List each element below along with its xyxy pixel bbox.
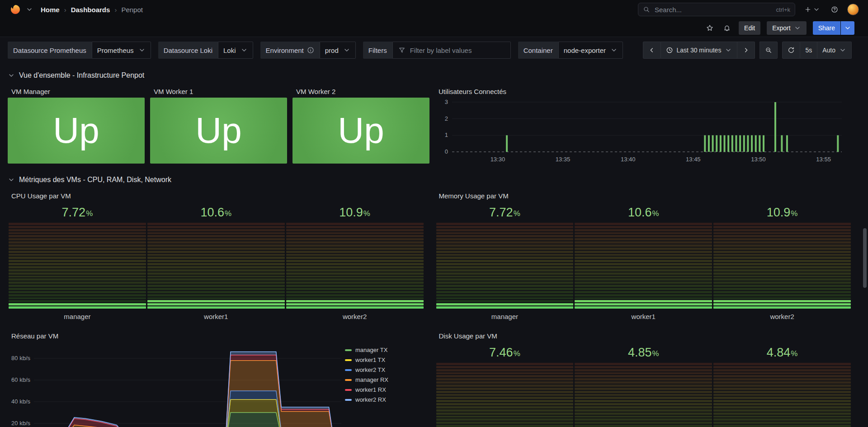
gauge-cell: [147, 223, 285, 225]
star-dashboard-button[interactable]: [704, 23, 715, 33]
share-label: Share: [818, 24, 835, 32]
svg-text:13:45: 13:45: [686, 156, 701, 163]
chevron-down-icon: [839, 47, 846, 54]
gauge-cell: [713, 257, 851, 259]
legend-swatch: [345, 379, 352, 381]
var-environment-value[interactable]: prod: [320, 42, 356, 59]
var-datasource-prometheus-value[interactable]: Prometheus: [92, 42, 151, 59]
refresh-button[interactable]: [782, 42, 800, 59]
panel-title[interactable]: CPU Usage par VM: [8, 189, 425, 202]
gauge-cell: [286, 223, 424, 225]
gauge-cell: [436, 413, 574, 415]
filter-input-box[interactable]: [392, 42, 511, 59]
gauge-cell: [286, 278, 424, 281]
gauge-cell: [9, 276, 146, 278]
panel-network: Réseau par VM 20 kb/s40 kb/s60 kb/s80 kb…: [8, 329, 425, 427]
gauge-cells: [436, 363, 574, 427]
help-button[interactable]: [829, 4, 840, 15]
gauge-cell: [9, 251, 146, 253]
search-input[interactable]: [654, 5, 773, 14]
info-icon[interactable]: [307, 47, 314, 54]
gauge-cell: [713, 263, 851, 265]
filter-input[interactable]: [409, 46, 505, 55]
panel-memory-usage: Memory Usage par VM 7.72% manager 10.6% …: [435, 189, 852, 320]
nav-expand-chevron-icon[interactable]: [26, 6, 33, 13]
panel-title[interactable]: Utilisateurs Connectés: [435, 85, 852, 98]
gauge-cell: [575, 366, 712, 368]
plus-icon: [804, 6, 811, 13]
time-controls: Last 30 minutes 5s Auto: [643, 42, 852, 59]
gauge-cell: [436, 278, 574, 281]
var-datasource-loki-value[interactable]: Loki: [218, 42, 253, 59]
legend-item[interactable]: manager RX: [345, 376, 421, 383]
gauge-label: worker2: [286, 309, 424, 320]
gauge-cell: [713, 260, 851, 262]
panel-title[interactable]: Disk Usage par VM: [435, 329, 852, 342]
legend-item[interactable]: worker2 RX: [345, 396, 421, 403]
stat-value-body: Up: [150, 98, 287, 164]
time-shift-back-button[interactable]: [643, 42, 661, 59]
edit-button[interactable]: Edit: [739, 21, 760, 35]
panel-title[interactable]: VM Worker 2: [292, 85, 429, 98]
chevron-down-icon: [813, 6, 820, 13]
users-bar: [755, 135, 757, 152]
refresh-interval-button[interactable]: 5s: [800, 42, 817, 59]
share-caret-button[interactable]: [841, 21, 854, 35]
breadcrumb-home[interactable]: Home: [41, 6, 60, 14]
gauge-cell: [713, 394, 851, 396]
section-header-overview[interactable]: Vue d'ensemble - Infrastructure Penpot: [0, 63, 868, 85]
auto-refresh-dropdown[interactable]: Auto: [817, 42, 852, 59]
gauge-cell: [9, 303, 146, 305]
time-shift-forward-button[interactable]: [737, 42, 755, 59]
gauge-cell: [9, 306, 146, 309]
gauge-cells: [713, 363, 851, 427]
zoom-out-button[interactable]: [760, 42, 778, 59]
panel-title[interactable]: Memory Usage par VM: [435, 189, 852, 202]
legend-item[interactable]: worker1 TX: [345, 357, 421, 363]
legend-item[interactable]: worker2 TX: [345, 366, 421, 373]
gauge-cell: [9, 238, 146, 240]
share-button[interactable]: Share: [813, 21, 840, 35]
var-environment: Environment prod: [260, 42, 356, 59]
gauge-cell: [436, 238, 574, 240]
var-label: Container: [518, 42, 558, 59]
avatar[interactable]: [847, 4, 859, 15]
legend-item[interactable]: manager TX: [345, 347, 421, 353]
scrollbar-track[interactable]: [862, 0, 868, 427]
scrollbar-thumb[interactable]: [863, 228, 867, 288]
var-container-value[interactable]: node-exporter: [558, 42, 623, 59]
users-bar: [747, 135, 749, 152]
panel-title[interactable]: VM Manager: [8, 85, 145, 98]
breadcrumb-dashboards[interactable]: Dashboards: [71, 6, 110, 14]
gauge-cell: [147, 276, 285, 278]
gauge-cell: [436, 285, 574, 287]
legend-swatch: [345, 369, 352, 371]
panel-title[interactable]: Réseau par VM: [8, 329, 425, 342]
panel-title[interactable]: VM Worker 1: [150, 85, 287, 98]
gauge-cell: [147, 294, 285, 296]
legend-item[interactable]: worker1 RX: [345, 386, 421, 393]
time-range-picker[interactable]: Last 30 minutes: [661, 42, 738, 59]
gauge-manager: 7.72% manager: [9, 202, 146, 320]
gauge-cell: [436, 406, 574, 408]
gauge-cell: [436, 288, 574, 290]
alert-rules-button[interactable]: [722, 23, 732, 33]
grafana-logo[interactable]: [9, 3, 22, 16]
gauge-cell: [713, 422, 851, 424]
section-title: Vue d'ensemble - Infrastructure Penpot: [19, 71, 144, 80]
gauge-cell: [436, 297, 574, 300]
section-header-vm-metrics[interactable]: Métriques des VMs - CPU, RAM, Disk, Netw…: [0, 168, 868, 189]
search-box[interactable]: ctrl+k: [638, 3, 795, 16]
gauge-cell: [9, 266, 146, 268]
svg-text:20 kb/s: 20 kb/s: [11, 420, 30, 427]
top-nav: Home › Dashboards › Penpot ctrl+k: [0, 0, 868, 19]
panel-users-connected: Utilisateurs Connectés 012313:3013:3513:…: [435, 85, 852, 168]
export-button[interactable]: Export: [767, 21, 806, 35]
gauge-cell: [713, 306, 851, 309]
users-bar: [727, 135, 729, 152]
gauge-cell: [713, 409, 851, 412]
gauge-cells: [713, 223, 851, 309]
gauge-cell: [436, 372, 574, 375]
add-button[interactable]: [802, 4, 822, 15]
svg-text:80 kb/s: 80 kb/s: [11, 355, 30, 361]
